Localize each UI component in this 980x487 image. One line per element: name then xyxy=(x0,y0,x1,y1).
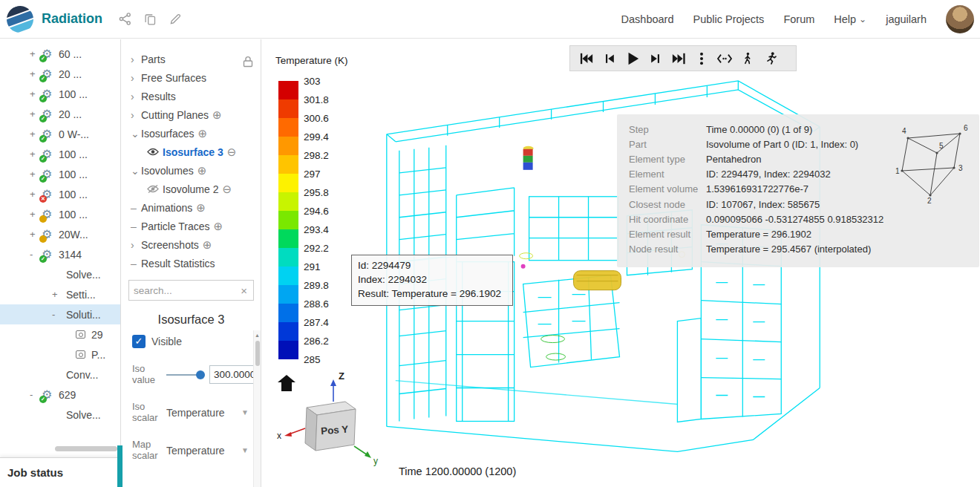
tree-item-isosurfaces[interactable]: ⌄ Isosurfaces ⊕ xyxy=(122,124,261,143)
dropdown-caret-icon[interactable]: ▼ xyxy=(241,446,249,454)
avatar[interactable] xyxy=(946,5,974,33)
clear-search-icon[interactable]: × xyxy=(239,284,249,297)
tree-item-convergence[interactable]: Conv... xyxy=(0,365,120,385)
tree-item-solution-selected[interactable]: - Soluti... xyxy=(0,304,120,324)
status-warn-icon xyxy=(39,235,47,243)
tree-item-free-surfaces[interactable]: › Free Surfaces xyxy=(122,68,261,87)
tree-item[interactable]: + ⚙✓ 20 ... xyxy=(0,64,120,84)
skip-to-start-button[interactable] xyxy=(575,48,598,69)
copy-icon[interactable] xyxy=(145,13,156,25)
tree-item-isovolume-2[interactable]: Isovolume 2 ⊖ xyxy=(122,180,261,198)
nav-dashboard[interactable]: Dashboard xyxy=(621,13,674,25)
edit-pencil-icon[interactable] xyxy=(169,13,181,25)
job-status-bar[interactable]: Job status xyxy=(0,457,122,487)
tooltip-id: Id: 2294479 xyxy=(358,259,506,273)
collapse-icon[interactable]: - xyxy=(52,309,64,320)
status-ok-icon: ✓ xyxy=(39,255,47,263)
step-back-button[interactable] xyxy=(598,48,621,69)
tree-item-label: Setti... xyxy=(66,289,96,301)
step-forward-button[interactable] xyxy=(644,48,667,69)
add-icon[interactable]: ⊕ xyxy=(212,108,222,122)
element-tooltip: Id: 2294479 Index: 2294032 Result: Tempe… xyxy=(351,255,513,306)
tree-item-particle-traces[interactable]: – Particle Traces ⊕ xyxy=(122,217,261,235)
tree-item-solver[interactable]: Solve... xyxy=(0,264,120,284)
scrollbar-thumb[interactable] xyxy=(255,341,260,366)
legend-tick-label: 301.8 xyxy=(304,94,329,105)
dropdown-caret-icon[interactable]: ▼ xyxy=(241,408,249,416)
run-mode-button[interactable] xyxy=(759,48,782,69)
time-annotation: Time 1200.00000 (1200) xyxy=(399,465,516,477)
info-row: Node resultTemperature = 295.4567 (inter… xyxy=(617,242,979,257)
legend-tick-label: 289.8 xyxy=(304,280,329,291)
tree-item-screenshot[interactable]: P... xyxy=(0,344,120,365)
tree-item[interactable]: + ⚙✓ 100 ... xyxy=(0,144,120,164)
tree-item-settings[interactable]: + Setti... xyxy=(0,284,120,304)
username[interactable]: jaguilarh xyxy=(886,13,927,25)
svg-text:2: 2 xyxy=(927,197,932,205)
tree-item-3144[interactable]: - ⚙✓ 3144 xyxy=(0,244,120,264)
lock-icon[interactable] xyxy=(243,56,253,68)
scroll-up-icon[interactable]: ▲ xyxy=(254,330,261,338)
expand-icon[interactable]: + xyxy=(52,289,64,300)
tree-item-results[interactable]: › Results xyxy=(122,87,261,105)
add-icon[interactable]: ⊕ xyxy=(196,201,206,215)
eye-hidden-icon[interactable] xyxy=(147,185,159,193)
tree-item-screenshots[interactable]: › Screenshots ⊕ xyxy=(122,235,261,254)
tree-item-isovolumes[interactable]: ⌄ Isovolumes ⊕ xyxy=(122,161,261,180)
legend-color-band xyxy=(278,155,298,174)
tree-item-cutting-planes[interactable]: › Cutting Planes ⊕ xyxy=(122,105,261,124)
info-label: Element xyxy=(629,169,706,180)
tree-item[interactable]: + ⚙✓ 100 ... xyxy=(0,164,120,184)
tree-item[interactable]: + ⚙ 20W... xyxy=(0,224,120,244)
navigation-cube[interactable]: Z Pos Y x y xyxy=(262,366,396,477)
tree-item[interactable]: + ⚙ 100 ... xyxy=(0,204,120,224)
remove-icon[interactable]: ⊖ xyxy=(227,146,237,159)
map-scalar-select[interactable]: Temperature xyxy=(166,445,225,457)
tree-item-result-statistics[interactable]: – Result Statistics xyxy=(122,254,261,272)
legend-tick-label: 299.4 xyxy=(304,131,329,143)
nav-help[interactable]: Help ⌄ xyxy=(834,13,866,25)
tree-item[interactable]: + ⚙✓ 60 ... xyxy=(0,44,120,64)
svg-text:x: x xyxy=(277,431,281,441)
tree-item-animations[interactable]: – Animations ⊕ xyxy=(122,198,261,217)
tree-item[interactable]: + ⚙✓ 100 ... xyxy=(0,84,120,104)
tree-item-screenshot[interactable]: 29 xyxy=(0,324,120,344)
eye-visible-icon[interactable] xyxy=(147,148,159,156)
search-input[interactable] xyxy=(134,285,239,296)
legend-tick-label: 297 xyxy=(304,169,321,180)
tree-item[interactable]: + ⚙✕ 100 ... xyxy=(0,184,120,204)
play-button[interactable] xyxy=(621,48,644,69)
probe-info-panel: StepTime 0.00000 (0) (1 of 9) PartIsovol… xyxy=(617,114,979,267)
remove-icon[interactable]: ⊖ xyxy=(222,183,232,196)
nav-public-projects[interactable]: Public Projects xyxy=(693,13,764,25)
share-icon[interactable] xyxy=(119,13,131,25)
add-icon[interactable]: ⊕ xyxy=(203,238,212,252)
skip-to-end-button[interactable] xyxy=(667,48,690,69)
tree-item-629[interactable]: - ⚙✓ 629 xyxy=(0,385,120,405)
slider-thumb[interactable] xyxy=(196,370,205,379)
tree-item[interactable]: + ⚙✓ 20 ... xyxy=(0,104,120,124)
iso-value-slider[interactable] xyxy=(166,374,203,376)
keyframes-button[interactable] xyxy=(713,48,736,69)
add-icon[interactable]: ⊕ xyxy=(197,164,207,177)
legend-tick-label: 292.2 xyxy=(304,243,329,254)
tree-item-solver[interactable]: Solve... xyxy=(0,405,120,425)
walk-mode-button[interactable] xyxy=(736,48,759,69)
visible-checkbox[interactable]: ✓ xyxy=(132,335,146,348)
nav-forum[interactable]: Forum xyxy=(783,13,814,25)
tree-item[interactable]: + ⚙✓ 0 W-... xyxy=(0,124,120,144)
horizontal-scrollbar[interactable] xyxy=(55,446,117,451)
tree-item-isosurface-3[interactable]: Isosurface 3 ⊖ xyxy=(122,143,261,161)
tooltip-index: Index: 2294032 xyxy=(358,273,506,287)
add-icon[interactable]: ⊕ xyxy=(214,220,223,233)
render-viewport[interactable]: Temperature (K) 303301.8300.6299.4298.22… xyxy=(262,39,980,487)
iso-scalar-select[interactable]: Temperature xyxy=(166,407,225,419)
more-options-button[interactable] xyxy=(690,48,713,69)
iso-value-input[interactable] xyxy=(209,365,258,384)
legend-color-band xyxy=(278,211,298,229)
chevron-right-icon: › xyxy=(131,109,141,121)
x-axis-arrow: x xyxy=(277,428,305,441)
vertical-scrollbar[interactable]: ▲ xyxy=(253,330,261,487)
tree-item-parts[interactable]: › Parts xyxy=(122,50,261,68)
add-icon[interactable]: ⊕ xyxy=(198,127,208,140)
